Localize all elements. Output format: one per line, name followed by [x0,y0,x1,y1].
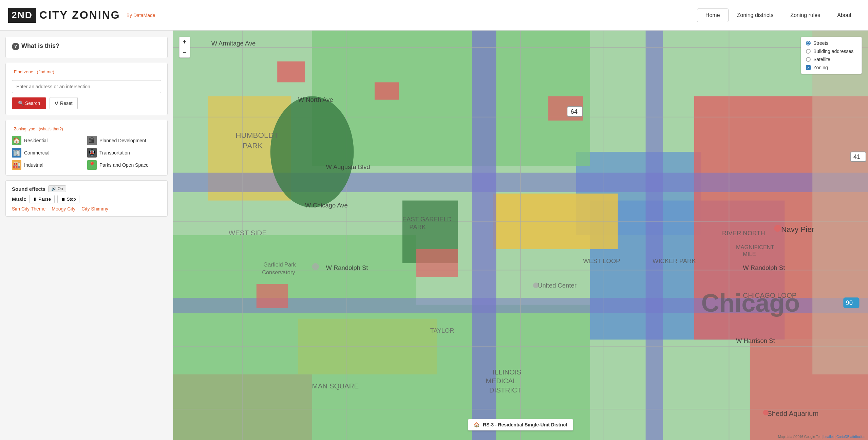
zoning-grid: 🏠 Residential 🏛 Planned Development 🏢 Co… [12,136,161,170]
layer-satellite[interactable]: Satellite [806,57,857,62]
sim-city-theme-link[interactable]: Sim City Theme [12,206,45,212]
industrial-label: Industrial [24,162,43,168]
zoom-out-button[interactable]: − [180,47,190,57]
find-zone-title: Find zone (find me) [12,69,161,75]
satellite-label: Satellite [813,57,830,62]
logo-box: 2ND [8,8,36,23]
svg-text:W Randolph St: W Randolph St [743,264,785,271]
cartodb-link[interactable]: CartoDB attribution [836,435,865,439]
zoning-checkbox: ✓ [806,65,811,70]
svg-text:W North Ave: W North Ave [298,96,333,103]
svg-point-28 [270,96,354,207]
parks-label: Parks and Open Space [99,162,149,168]
svg-rect-36 [812,31,868,374]
speaker-icon: 🔊 [51,186,56,191]
transportation-icon: 🚇 [87,148,97,158]
svg-text:WEST LOOP: WEST LOOP [583,257,620,264]
svg-point-68 [312,263,319,270]
svg-text:ILLINOIS: ILLINOIS [493,368,521,376]
svg-point-38 [774,225,781,232]
planned-icon: 🏛 [87,136,97,145]
svg-text:WEST SIDE: WEST SIDE [229,229,267,237]
zoning-item-parks[interactable]: 📍 Parks and Open Space [87,160,161,170]
zone-name: RS-3 - Residential Single-Unit District [483,422,567,427]
svg-rect-35 [257,284,288,308]
zoning-item-transportation[interactable]: 🚇 Transportation [87,148,161,158]
svg-rect-34 [416,249,458,277]
pause-icon: ⏸ [33,197,37,202]
zoning-item-industrial[interactable]: 🏭 Industrial [12,160,86,170]
planned-label: Planned Development [99,138,146,143]
by-label: By [127,13,133,18]
streets-label: Streets [813,40,828,46]
svg-text:MAN SQUARE: MAN SQUARE [312,382,359,390]
svg-text:MILE: MILE [743,251,756,257]
svg-text:Shedd Aquarium: Shedd Aquarium [767,409,818,417]
datamade-link[interactable]: DataMade [133,13,155,18]
addresses-label: Building addresses [813,49,853,54]
svg-text:Garfield Park: Garfield Park [263,261,296,268]
stop-button[interactable]: ⏹ Stop [57,195,79,203]
layer-building-addresses[interactable]: Building addresses [806,49,857,54]
zone-popup: 🏠 RS-3 - Residential Single-Unit Distric… [468,419,573,430]
svg-rect-32 [375,82,399,99]
svg-text:W Augusta Blvd: W Augusta Blvd [326,163,370,170]
city-shimmy-link[interactable]: City Shimmy [81,206,108,212]
search-button[interactable]: 🔍 Search [12,97,46,109]
svg-text:W Randolph St: W Randolph St [326,264,368,271]
svg-text:United Center: United Center [538,282,577,289]
address-input[interactable] [12,80,161,93]
map-container[interactable]: Chicago Navy Pier Shedd Aquarium W Armit… [173,31,868,440]
streets-radio [806,41,811,45]
sound-panel: Sound effects 🔊 On Music ⏸ Pause ⏹ Stop … [5,180,168,217]
svg-rect-31 [277,61,305,82]
svg-text:EAST GARFIELD: EAST GARFIELD [402,216,452,223]
svg-text:W Harrison St: W Harrison St [736,337,775,344]
svg-text:TAYLOR: TAYLOR [430,327,454,334]
logo-title: CITY ZONING [39,9,120,21]
layer-zoning[interactable]: ✓ Zoning [806,65,857,70]
svg-text:Conservatory: Conservatory [262,269,295,275]
zoning-type-panel: Zoning type (what's that?) 🏠 Residential… [5,120,168,176]
svg-point-65 [533,282,539,288]
nav-about[interactable]: About [829,8,860,22]
residential-icon: 🏠 [12,136,21,145]
svg-text:W Armitage Ave: W Armitage Ave [211,40,256,47]
music-label: Music [12,196,26,202]
residential-label: Residential [24,138,48,143]
commercial-icon: 🏢 [12,148,21,158]
zoning-item-commercial[interactable]: 🏢 Commercial [12,148,86,158]
find-zone-panel: Find zone (find me) 🔍 Search ↺ Reset [5,63,168,115]
satellite-radio [806,57,811,62]
find-me-link[interactable]: (find me) [37,69,54,74]
zoning-label: Zoning [813,65,828,70]
music-links: Sim City Theme Moogy City City Shimmy [12,206,161,212]
leaflet-link[interactable]: Leaflet [824,435,834,439]
layer-streets[interactable]: Streets [806,40,857,46]
main-layout: What is this? Find zone (find me) 🔍 Sear… [0,31,868,440]
moogy-city-link[interactable]: Moogy City [52,206,75,212]
reset-button[interactable]: ↺ Reset [50,97,77,109]
pause-button[interactable]: ⏸ Pause [29,195,55,203]
parks-icon: 📍 [87,160,97,170]
stop-icon: ⏹ [61,197,65,202]
zoom-in-button[interactable]: + [180,37,190,47]
main-nav: Home Zoning districts Zoning rules About [697,8,860,22]
what-is-this-title: What is this? [12,42,161,50]
svg-text:64: 64 [570,108,578,115]
whats-that-link[interactable]: (what's that?) [39,127,63,131]
nav-zoning-rules[interactable]: Zoning rules [782,8,829,22]
svg-text:W Chicago Ave: W Chicago Ave [305,202,348,209]
music-row: Music ⏸ Pause ⏹ Stop [12,195,161,203]
industrial-icon: 🏭 [12,160,21,170]
zoning-item-residential[interactable]: 🏠 Residential [12,136,86,145]
nav-zoning-districts[interactable]: Zoning districts [729,8,782,22]
nav-home[interactable]: Home [697,8,729,22]
zoning-item-planned[interactable]: 🏛 Planned Development [87,136,161,145]
zoom-controls: + − [179,37,190,58]
zone-icon: 🏠 [474,422,479,427]
map-svg: Chicago Navy Pier Shedd Aquarium W Armit… [173,31,868,440]
by-datamade: By DataMade [127,13,155,18]
svg-text:MAGNIFICENT: MAGNIFICENT [736,244,774,250]
header: 2ND CITY ZONING By DataMade Home Zoning … [0,0,868,31]
